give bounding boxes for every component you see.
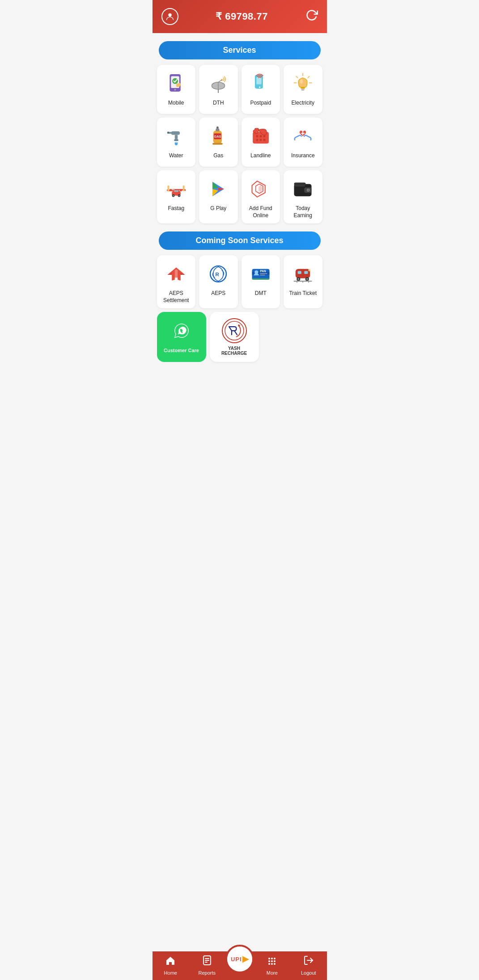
service-aeps-settlement[interactable]: AEPS Settlement [157,255,196,308]
aeps-label: AEPS [211,290,225,297]
landline-label: Landline [250,152,271,160]
svg-rect-81 [298,271,301,274]
electricity-icon [290,71,315,96]
svg-text:R: R [216,272,219,277]
dth-icon [206,71,231,96]
yr-label: YASH RECHARGE [216,346,253,356]
insurance-icon [290,124,315,149]
dmt-icon: PAN [248,261,273,286]
svg-rect-79 [252,278,269,280]
postpaid-label: Postpaid [250,100,271,107]
addfund-label: Add Fund Online [245,205,277,219]
svg-rect-77 [260,273,267,274]
svg-rect-23 [301,88,305,89]
app-header: ₹ 69798.77 [153,0,327,33]
svg-rect-49 [182,185,184,191]
svg-point-39 [259,135,262,138]
service-gplay[interactable]: G Play [199,170,238,223]
service-water[interactable]: Water [157,118,196,167]
gplay-icon [206,177,231,202]
svg-point-41 [256,139,258,141]
svg-point-30 [167,131,169,134]
svg-point-87 [308,269,310,272]
train-icon [290,261,315,286]
svg-rect-15 [256,77,261,84]
service-electricity[interactable]: Electricity [284,65,322,114]
svg-rect-80 [296,269,310,278]
svg-point-40 [263,135,265,138]
service-postpaid[interactable]: Postpaid [242,65,280,114]
service-landline[interactable]: Landline [242,118,280,167]
yash-recharge-button[interactable]: YASH RECHARGE [210,312,259,362]
svg-rect-70 [175,269,178,278]
water-icon [164,124,189,149]
svg-rect-22 [301,87,305,88]
svg-point-67 [308,189,309,191]
svg-text:PAN: PAN [260,269,266,273]
aeps-settlement-icon [164,261,189,286]
svg-rect-34 [216,128,220,131]
bottom-icons-row: Customer Care YASH RECHARGE [153,312,327,362]
svg-rect-28 [174,139,178,141]
service-mobile[interactable]: Mobile [157,65,196,114]
electricity-label: Electricity [292,100,314,107]
train-label: Train Ticket [289,290,317,297]
postpaid-icon [248,71,273,96]
svg-line-13 [218,80,222,82]
aeps-icon: R [206,261,231,286]
svg-rect-69 [295,185,305,186]
service-dmt[interactable]: PAN DMT [242,255,280,308]
aeps-settlement-label: AEPS Settlement [161,290,192,304]
todayearning-label: Today Earning [287,205,319,219]
svg-point-42 [259,139,262,141]
service-aeps[interactable]: R AEPS [199,255,238,308]
svg-point-85 [297,278,299,280]
svg-line-18 [308,76,309,78]
svg-rect-78 [260,275,265,276]
mobile-label: Mobile [168,100,184,107]
svg-rect-82 [305,271,308,274]
svg-point-0 [168,13,171,17]
services-section-header: Services [159,41,321,59]
service-train[interactable]: Train Ticket [284,255,322,308]
svg-rect-68 [294,182,306,185]
svg-point-35 [216,126,219,129]
svg-rect-36 [212,143,223,145]
svg-point-43 [263,139,265,141]
service-addfund[interactable]: Add Fund Online [242,170,280,223]
insurance-label: Insurance [291,152,315,160]
svg-point-25 [300,79,303,84]
services-grid: Mobile DTH [153,65,327,223]
svg-point-86 [306,278,308,280]
svg-point-4 [174,89,176,91]
gas-icon: GAS [206,124,231,149]
service-todayearning[interactable]: Today Earning [284,170,322,223]
svg-rect-52 [174,190,178,192]
service-fastag[interactable]: Fastag [157,170,196,223]
dmt-label: DMT [255,290,267,297]
svg-rect-48 [167,185,169,191]
svg-line-19 [297,76,298,78]
user-avatar[interactable] [161,8,178,25]
todayearning-icon [290,177,315,202]
svg-point-55 [173,195,174,196]
service-gas[interactable]: GAS Gas [199,118,238,167]
refresh-button[interactable] [305,9,318,25]
yr-logo [222,318,247,343]
gplay-label: G Play [210,205,226,212]
customer-care-button[interactable]: Customer Care [157,312,206,362]
svg-marker-63 [259,185,262,192]
svg-point-56 [178,195,179,196]
whatsapp-icon [172,321,191,345]
svg-rect-27 [175,135,178,139]
service-insurance[interactable]: Insurance [284,118,322,167]
landline-icon [248,124,273,149]
svg-rect-26 [171,131,180,135]
dth-label: DTH [213,100,224,107]
customer-care-label: Customer Care [164,348,199,353]
mobile-icon [164,71,189,96]
gas-label: Gas [213,152,223,160]
service-dth[interactable]: DTH [199,65,238,114]
water-label: Water [169,152,183,160]
svg-text:GAS: GAS [214,135,221,139]
